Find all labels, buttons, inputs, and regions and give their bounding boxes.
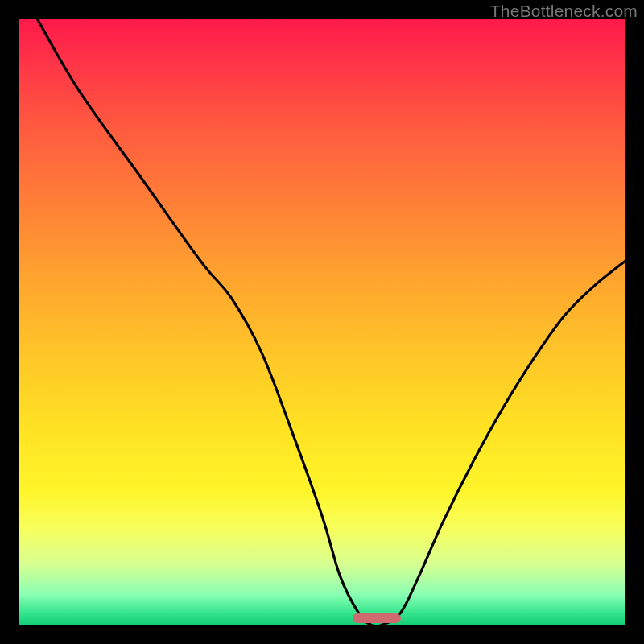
plot-area (19, 19, 625, 625)
optimal-range-marker (353, 613, 401, 623)
bottleneck-curve (19, 19, 625, 625)
chart-frame: TheBottleneck.com (0, 0, 644, 644)
watermark-text: TheBottleneck.com (490, 2, 638, 21)
